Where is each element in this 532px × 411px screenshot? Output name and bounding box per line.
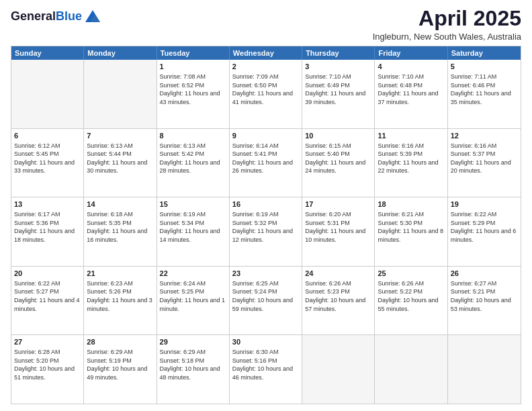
calendar-cell xyxy=(448,335,521,404)
calendar-cell: 27Sunrise: 6:28 AMSunset: 5:20 PMDayligh… xyxy=(11,335,84,404)
cal-header-cell: Wednesday xyxy=(230,46,302,60)
day-number: 29 xyxy=(160,337,226,347)
calendar-cell: 22Sunrise: 6:24 AMSunset: 5:25 PMDayligh… xyxy=(157,267,230,335)
calendar-week-row: 1Sunrise: 7:08 AMSunset: 6:52 PMDaylight… xyxy=(11,60,521,128)
cal-header-cell: Monday xyxy=(84,46,157,60)
day-number: 17 xyxy=(305,199,371,210)
cell-info: Sunrise: 6:20 AMSunset: 5:31 PMDaylight:… xyxy=(305,210,371,244)
cell-info: Sunrise: 6:13 AMSunset: 5:44 PMDaylight:… xyxy=(87,142,153,175)
day-number: 27 xyxy=(14,337,81,347)
calendar-cell: 1Sunrise: 7:08 AMSunset: 6:52 PMDaylight… xyxy=(157,60,230,128)
day-number: 5 xyxy=(451,62,518,72)
cell-info: Sunrise: 6:22 AMSunset: 5:27 PMDaylight:… xyxy=(14,279,81,313)
day-number: 30 xyxy=(232,337,299,347)
day-number: 13 xyxy=(14,199,81,210)
calendar-cell: 14Sunrise: 6:18 AMSunset: 5:35 PMDayligh… xyxy=(84,197,157,266)
calendar-week-row: 6Sunrise: 6:12 AMSunset: 5:45 PMDaylight… xyxy=(11,128,521,197)
day-number: 24 xyxy=(305,269,371,279)
calendar-cell: 28Sunrise: 6:29 AMSunset: 5:19 PMDayligh… xyxy=(84,335,157,404)
calendar-cell: 9Sunrise: 6:14 AMSunset: 5:41 PMDaylight… xyxy=(230,129,302,197)
day-number: 4 xyxy=(378,62,444,72)
calendar-week-row: 13Sunrise: 6:17 AMSunset: 5:36 PMDayligh… xyxy=(11,197,521,266)
page: GeneralBlue April 2025 Ingleburn, New So… xyxy=(0,0,532,411)
header: GeneralBlue April 2025 Ingleburn, New So… xyxy=(11,7,521,42)
calendar-cell: 4Sunrise: 7:10 AMSunset: 6:48 PMDaylight… xyxy=(375,60,447,128)
cell-info: Sunrise: 7:09 AMSunset: 6:50 PMDaylight:… xyxy=(232,73,299,106)
day-number: 18 xyxy=(378,199,444,210)
cal-header-cell: Thursday xyxy=(302,46,375,60)
cell-info: Sunrise: 6:18 AMSunset: 5:35 PMDaylight:… xyxy=(87,210,153,244)
calendar-cell: 10Sunrise: 6:15 AMSunset: 5:40 PMDayligh… xyxy=(302,129,375,197)
day-number: 2 xyxy=(232,62,299,72)
day-number: 12 xyxy=(451,131,518,141)
day-number: 20 xyxy=(14,269,81,279)
cell-info: Sunrise: 6:15 AMSunset: 5:40 PMDaylight:… xyxy=(305,142,371,175)
calendar-cell: 3Sunrise: 7:10 AMSunset: 6:49 PMDaylight… xyxy=(302,60,375,128)
calendar-cell xyxy=(84,60,157,128)
cal-header-cell: Sunday xyxy=(11,46,84,60)
cell-info: Sunrise: 6:13 AMSunset: 5:42 PMDaylight:… xyxy=(160,142,226,175)
cal-header-cell: Friday xyxy=(375,46,447,60)
cell-info: Sunrise: 6:28 AMSunset: 5:20 PMDaylight:… xyxy=(14,348,81,381)
calendar-cell: 7Sunrise: 6:13 AMSunset: 5:44 PMDaylight… xyxy=(84,129,157,197)
cell-info: Sunrise: 6:19 AMSunset: 5:34 PMDaylight:… xyxy=(160,210,226,244)
month-title: April 2025 xyxy=(373,7,521,30)
cell-info: Sunrise: 6:29 AMSunset: 5:18 PMDaylight:… xyxy=(160,348,226,381)
logo-general-text: GeneralBlue xyxy=(11,9,82,24)
calendar-cell: 20Sunrise: 6:22 AMSunset: 5:27 PMDayligh… xyxy=(11,267,84,335)
calendar-cell: 24Sunrise: 6:26 AMSunset: 5:23 PMDayligh… xyxy=(302,267,375,335)
day-number: 6 xyxy=(14,131,81,141)
cell-info: Sunrise: 6:16 AMSunset: 5:37 PMDaylight:… xyxy=(451,142,518,175)
cell-info: Sunrise: 6:22 AMSunset: 5:29 PMDaylight:… xyxy=(451,210,518,244)
cell-info: Sunrise: 6:26 AMSunset: 5:22 PMDaylight:… xyxy=(378,279,444,313)
day-number: 16 xyxy=(232,199,299,210)
day-number: 10 xyxy=(305,131,371,141)
calendar-body: 1Sunrise: 7:08 AMSunset: 6:52 PMDaylight… xyxy=(11,60,521,404)
day-number: 28 xyxy=(87,337,153,347)
cell-info: Sunrise: 6:23 AMSunset: 5:26 PMDaylight:… xyxy=(87,279,153,313)
logo-general: General xyxy=(11,9,56,23)
calendar-cell: 11Sunrise: 6:16 AMSunset: 5:39 PMDayligh… xyxy=(375,129,447,197)
cal-header-cell: Saturday xyxy=(448,46,521,60)
day-number: 22 xyxy=(160,269,226,279)
logo-icon xyxy=(85,10,100,22)
calendar-cell: 18Sunrise: 6:21 AMSunset: 5:30 PMDayligh… xyxy=(375,197,447,266)
calendar-cell: 6Sunrise: 6:12 AMSunset: 5:45 PMDaylight… xyxy=(11,129,84,197)
day-number: 21 xyxy=(87,269,153,279)
calendar-cell: 16Sunrise: 6:19 AMSunset: 5:32 PMDayligh… xyxy=(230,197,302,266)
calendar-cell: 21Sunrise: 6:23 AMSunset: 5:26 PMDayligh… xyxy=(84,267,157,335)
calendar-cell xyxy=(11,60,84,128)
calendar-week-row: 20Sunrise: 6:22 AMSunset: 5:27 PMDayligh… xyxy=(11,266,521,335)
cell-info: Sunrise: 6:26 AMSunset: 5:23 PMDaylight:… xyxy=(305,279,371,313)
day-number: 8 xyxy=(160,131,226,141)
calendar-cell: 2Sunrise: 7:09 AMSunset: 6:50 PMDaylight… xyxy=(230,60,302,128)
cell-info: Sunrise: 6:16 AMSunset: 5:39 PMDaylight:… xyxy=(378,142,444,175)
logo-blue: Blue xyxy=(56,9,82,23)
cell-info: Sunrise: 6:19 AMSunset: 5:32 PMDaylight:… xyxy=(232,210,299,244)
day-number: 3 xyxy=(305,62,371,72)
calendar-cell: 19Sunrise: 6:22 AMSunset: 5:29 PMDayligh… xyxy=(448,197,521,266)
day-number: 26 xyxy=(451,269,518,279)
cell-info: Sunrise: 6:24 AMSunset: 5:25 PMDaylight:… xyxy=(160,279,226,313)
calendar-cell: 30Sunrise: 6:30 AMSunset: 5:16 PMDayligh… xyxy=(230,335,302,404)
cell-info: Sunrise: 6:27 AMSunset: 5:21 PMDaylight:… xyxy=(451,279,518,313)
calendar-cell: 17Sunrise: 6:20 AMSunset: 5:31 PMDayligh… xyxy=(302,197,375,266)
title-block: April 2025 Ingleburn, New South Wales, A… xyxy=(373,7,521,42)
calendar-header: SundayMondayTuesdayWednesdayThursdayFrid… xyxy=(11,46,521,60)
calendar-cell: 12Sunrise: 6:16 AMSunset: 5:37 PMDayligh… xyxy=(448,129,521,197)
day-number: 14 xyxy=(87,199,153,210)
calendar: SundayMondayTuesdayWednesdayThursdayFrid… xyxy=(11,46,521,404)
cell-info: Sunrise: 7:10 AMSunset: 6:49 PMDaylight:… xyxy=(305,73,371,106)
cell-info: Sunrise: 6:21 AMSunset: 5:30 PMDaylight:… xyxy=(378,210,444,244)
cell-info: Sunrise: 6:29 AMSunset: 5:19 PMDaylight:… xyxy=(87,348,153,381)
calendar-week-row: 27Sunrise: 6:28 AMSunset: 5:20 PMDayligh… xyxy=(11,334,521,404)
calendar-cell: 13Sunrise: 6:17 AMSunset: 5:36 PMDayligh… xyxy=(11,197,84,266)
cell-info: Sunrise: 7:11 AMSunset: 6:46 PMDaylight:… xyxy=(451,73,518,106)
day-number: 25 xyxy=(378,269,444,279)
day-number: 9 xyxy=(232,131,299,141)
cell-info: Sunrise: 7:08 AMSunset: 6:52 PMDaylight:… xyxy=(160,73,226,106)
day-number: 1 xyxy=(160,62,226,72)
calendar-cell: 25Sunrise: 6:26 AMSunset: 5:22 PMDayligh… xyxy=(375,267,447,335)
calendar-cell xyxy=(375,335,447,404)
cell-info: Sunrise: 6:14 AMSunset: 5:41 PMDaylight:… xyxy=(232,142,299,175)
